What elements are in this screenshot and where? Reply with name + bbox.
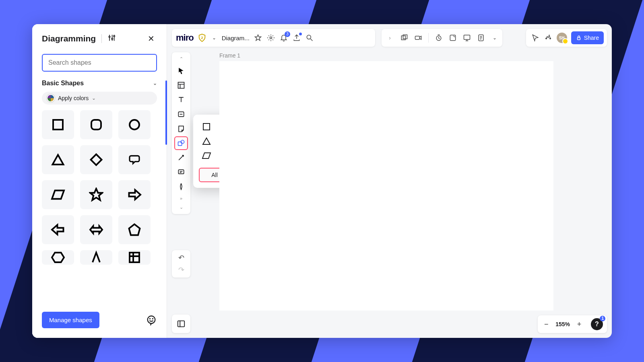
manage-shapes-button[interactable]: Manage shapes [42,312,99,328]
svg-rect-45 [203,123,210,130]
popup-shape-triangle[interactable] [202,136,211,148]
canvas[interactable]: Frame 1 [219,52,607,310]
export-icon[interactable] [292,33,301,42]
svg-point-14 [153,318,153,319]
shape-arrow-bidirectional[interactable] [80,215,112,244]
svg-text:2: 2 [201,36,203,40]
history-toolbar: ↶ ↷ [172,250,190,278]
video-icon[interactable] [414,33,423,42]
collapse-icon[interactable]: ⌃ [178,55,185,63]
star-icon[interactable] [254,33,262,42]
tool-comment[interactable] [174,165,188,179]
shape-rounded-square[interactable] [80,110,112,139]
svg-point-12 [148,316,155,323]
tool-shapes[interactable] [174,136,188,150]
notifications-bell-icon[interactable]: 3 [279,33,288,42]
svg-rect-20 [403,35,407,39]
help-button[interactable]: ?1 [591,318,603,330]
popup-shape-square[interactable] [202,122,211,133]
tool-sticky[interactable] [174,107,188,121]
chevron-right-icon[interactable]: › [386,33,394,42]
search-icon[interactable] [305,33,314,42]
shape-grid [32,109,167,265]
svg-rect-19 [401,36,405,40]
reactions-icon[interactable] [544,33,553,42]
shape-triangle[interactable] [42,145,74,174]
zoom-toolbar: − 155% + ?1 [538,315,607,333]
shape-arrow-right[interactable] [118,180,151,209]
settings-gear-icon[interactable] [266,33,275,42]
tool-templates[interactable] [174,78,188,92]
shape-square[interactable] [42,110,74,139]
chevron-down-icon[interactable]: ⌄ [178,203,185,212]
shape-partial-b[interactable] [118,250,151,265]
tool-connector[interactable] [174,151,188,165]
more-chevron-icon[interactable]: ⌄ [491,35,498,41]
search-input[interactable] [42,54,157,72]
shape-circle[interactable] [118,110,151,139]
apply-colors-button[interactable]: Apply colors ⌄ [42,92,157,105]
frames-icon[interactable] [400,33,408,42]
user-avatar[interactable]: SH [557,33,567,43]
settings-sliders-icon[interactable] [107,34,116,44]
board-name[interactable]: Diagram... [222,35,250,41]
svg-rect-31 [577,37,580,39]
panels-toggle[interactable] [172,315,190,333]
zoom-out-button[interactable]: − [542,320,551,329]
feedback-icon[interactable] [146,315,157,326]
share-button[interactable]: Share [571,31,604,44]
shape-star[interactable] [80,180,112,209]
svg-rect-43 [178,321,185,327]
miro-logo[interactable]: miro [176,33,194,43]
svg-line-18 [310,39,312,41]
app-window: Diagramming ✕ Basic Shapes ⌄ Apply color… [32,24,612,338]
sidebar-title: Diagramming [42,34,96,43]
tool-select[interactable] [174,64,188,78]
zoom-in-button[interactable]: + [575,320,584,329]
tool-text[interactable] [174,93,188,107]
frame-1[interactable] [219,61,553,311]
svg-line-39 [179,155,184,160]
tool-pen[interactable] [174,180,188,193]
more-tools-icon[interactable]: » [178,194,184,202]
shape-parallelogram[interactable] [42,180,74,209]
shape-diamond[interactable] [80,145,112,174]
redo-button[interactable]: ↷ [178,265,184,274]
svg-point-17 [307,35,311,39]
cursor-follow-icon[interactable] [531,33,540,42]
tool-strip: ⌃ » ⌄ [172,52,190,214]
frame-label[interactable]: Frame 1 [219,52,240,59]
shape-arrow-left[interactable] [42,215,74,244]
timer-icon[interactable] [434,33,443,42]
top-toolbar-share: SH Share [526,29,607,47]
lock-icon [576,35,582,41]
svg-rect-9 [130,253,139,262]
plan-shield-icon[interactable]: 2 [198,33,206,42]
close-icon[interactable]: ✕ [145,31,157,46]
svg-point-30 [549,38,551,39]
shape-pentagon[interactable] [118,215,151,244]
undo-button[interactable]: ↶ [178,253,184,262]
section-basic-shapes[interactable]: Basic Shapes ⌄ [32,76,167,89]
shape-partial-a[interactable] [80,250,112,265]
popup-shape-parallelogram[interactable] [202,151,211,162]
svg-rect-24 [464,35,470,39]
svg-point-29 [545,38,547,39]
voting-icon[interactable] [448,33,457,42]
shape-speech-bubble[interactable] [118,145,151,174]
separator [428,33,429,43]
tool-note[interactable] [174,122,188,136]
zoom-percent[interactable]: 155% [555,321,570,327]
board-menu-chevron-icon[interactable]: ⌄ [211,35,218,41]
diagramming-sidebar: Diagramming ✕ Basic Shapes ⌄ Apply color… [32,24,167,338]
notes-icon[interactable] [477,33,485,42]
svg-point-8 [130,120,139,130]
shape-hexagon[interactable] [42,250,74,265]
scrollbar[interactable] [165,80,167,145]
present-icon[interactable] [462,33,471,42]
chevron-down-icon: ⌄ [92,95,96,101]
apply-colors-label: Apply colors [58,95,89,101]
color-wheel-icon [47,94,55,102]
section-label: Basic Shapes [42,80,84,87]
svg-point-1 [109,36,110,37]
